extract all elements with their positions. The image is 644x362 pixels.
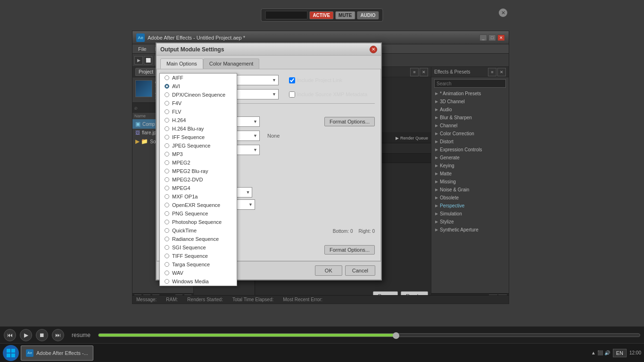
dialog-titlebar: Output Module Settings ✕ bbox=[157, 43, 381, 56]
dropdown-item-quicktime[interactable]: QuickTime bbox=[160, 226, 237, 235]
dropdown-item-jpeg[interactable]: JPEG Sequence bbox=[160, 141, 237, 150]
resize-to-arrow: ▼ bbox=[246, 190, 250, 195]
svg-rect-1 bbox=[11, 349, 15, 353]
expand-icon: ▶ bbox=[435, 220, 438, 224]
dropdown-item-radiance[interactable]: Radiance Sequence bbox=[160, 235, 237, 243]
effect-audio[interactable]: ▶ Audio bbox=[431, 106, 509, 114]
dropdown-item-targa[interactable]: Targa Sequence bbox=[160, 260, 237, 269]
system-tray: ▲ ⬛ 🔊 bbox=[591, 350, 610, 355]
dropdown-label-photoshop: Photoshop Sequence bbox=[172, 219, 222, 225]
effect-generate[interactable]: ▶ Generate bbox=[431, 154, 509, 162]
effect-matte[interactable]: ▶ Matte bbox=[431, 170, 509, 178]
include-xmp-checkbox[interactable] bbox=[289, 91, 295, 98]
effect-distort[interactable]: ▶ Distort bbox=[431, 138, 509, 146]
media-prev-button[interactable]: ⏮ bbox=[4, 329, 16, 341]
svg-rect-0 bbox=[7, 349, 10, 353]
dropdown-label-mpeg2: MPEG2 bbox=[172, 160, 190, 165]
effects-search-input[interactable] bbox=[434, 79, 506, 88]
effect-keying[interactable]: ▶ Keying bbox=[431, 162, 509, 170]
menu-file[interactable]: File bbox=[134, 45, 150, 53]
taskbar-ae-item[interactable]: Ae Adobe After Effects -... bbox=[21, 346, 93, 361]
dropdown-item-png[interactable]: PNG Sequence bbox=[160, 209, 237, 218]
effect-obsolete[interactable]: ▶ Obsolete bbox=[431, 194, 509, 202]
post-render-arrow: ▼ bbox=[272, 92, 276, 97]
dropdown-item-avi[interactable]: AVI bbox=[160, 82, 237, 90]
dropdown-item-windows-media[interactable]: Windows Media bbox=[160, 277, 237, 286]
effect-blur-sharpen[interactable]: ▶ Blur & Sharpen bbox=[431, 114, 509, 122]
format-options-button-1[interactable]: Format Options... bbox=[324, 117, 375, 126]
media-next-button[interactable]: ⏭ bbox=[52, 329, 64, 341]
effects-close-button[interactable]: ✕ bbox=[497, 68, 506, 76]
dropdown-item-tiff[interactable]: TIFF Sequence bbox=[160, 252, 237, 260]
toolbar-btn-1[interactable]: ▶ bbox=[134, 56, 143, 65]
dropdown-radio-mpeg4 bbox=[165, 186, 169, 190]
dropdown-item-openexr[interactable]: OpenEXR Sequence bbox=[160, 201, 237, 209]
dropdown-item-photoshop[interactable]: Photoshop Sequence bbox=[160, 218, 237, 226]
effect-synthetic-aperture[interactable]: ▶ Synthetic Aperture bbox=[431, 226, 509, 234]
dropdown-item-iff[interactable]: IFF Sequence bbox=[160, 133, 237, 141]
language-button[interactable]: EN bbox=[613, 349, 627, 357]
close-button[interactable]: ✕ bbox=[497, 34, 505, 41]
tab-color-management[interactable]: Color Management bbox=[203, 58, 260, 69]
dialog-close-button[interactable]: ✕ bbox=[370, 46, 377, 53]
dropdown-item-wav[interactable]: WAV bbox=[160, 269, 237, 277]
expand-icon: ▶ bbox=[435, 107, 438, 112]
media-progress-thumb[interactable] bbox=[393, 332, 399, 339]
effect-expression-controls[interactable]: ▶ Expression Controls bbox=[431, 146, 509, 154]
effect-color-correction[interactable]: ▶ Color Correction bbox=[431, 130, 509, 138]
dropdown-item-mpeg2-bluray[interactable]: MPEG2 Blu-ray bbox=[160, 167, 237, 175]
effects-settings-button[interactable]: ≡ bbox=[488, 68, 496, 76]
effect-missing[interactable]: ▶ Missing bbox=[431, 178, 509, 186]
effect-stylize[interactable]: ▶ Stylize bbox=[431, 218, 509, 226]
top-bar-close-button[interactable]: ✕ bbox=[499, 8, 507, 17]
dropdown-item-flv[interactable]: FLV bbox=[160, 107, 237, 116]
dropdown-item-mpeg2-dvd[interactable]: MPEG2-DVD bbox=[160, 175, 237, 184]
effect-perspective[interactable]: ▶ Perspective bbox=[431, 202, 509, 210]
dropdown-item-mp3[interactable]: MP3 bbox=[160, 150, 237, 158]
effect-channel[interactable]: ▶ Channel bbox=[431, 122, 509, 130]
preview-close-button[interactable]: ✕ bbox=[420, 68, 428, 76]
audio-button[interactable]: AUDIO bbox=[357, 11, 379, 19]
taskbar-ae-logo: Ae bbox=[26, 349, 33, 357]
expand-icon: ▶ bbox=[435, 115, 438, 120]
dropdown-label-targa: Targa Sequence bbox=[172, 262, 210, 267]
clock: 12:00 bbox=[629, 350, 641, 355]
active-button[interactable]: ACTIVE bbox=[309, 11, 333, 19]
dropdown-item-h264[interactable]: H.264 bbox=[160, 116, 237, 124]
start-button[interactable] bbox=[3, 345, 19, 361]
effect-3d-channel[interactable]: ▶ 3D Channel bbox=[431, 98, 509, 106]
mute-button[interactable]: MUTE bbox=[335, 11, 355, 19]
tab-main-options[interactable]: Main Options bbox=[160, 58, 203, 69]
media-play-button[interactable]: ▶ bbox=[20, 329, 32, 341]
dialog-title: Output Module Settings bbox=[160, 46, 224, 53]
dropdown-item-f4v[interactable]: F4V bbox=[160, 99, 237, 107]
effect-label: Expression Controls bbox=[440, 147, 482, 152]
media-stop-button[interactable]: ⏹ bbox=[36, 329, 48, 341]
preview-settings-button[interactable]: ≡ bbox=[410, 68, 419, 76]
dropdown-item-h264-bluray[interactable]: H.264 Blu-ray bbox=[160, 124, 237, 133]
maximize-button[interactable]: □ bbox=[488, 34, 496, 41]
taskbar-right: ▲ ⬛ 🔊 EN 12:00 bbox=[591, 349, 641, 357]
dropdown-item-mpeg4[interactable]: MPEG4 bbox=[160, 184, 237, 192]
dropdown-item-dpx[interactable]: DPX/Cineon Sequence bbox=[160, 90, 237, 99]
include-project-link-checkbox[interactable] bbox=[289, 77, 295, 83]
dropdown-item-mxf[interactable]: MXF OP1a bbox=[160, 192, 237, 201]
effect-noise-grain[interactable]: ▶ Noise & Grain bbox=[431, 186, 509, 194]
minimize-button[interactable]: _ bbox=[479, 34, 487, 41]
effects-header-buttons: ≡ ✕ bbox=[488, 68, 506, 76]
dropdown-label-iff: IFF Sequence bbox=[172, 134, 205, 140]
effect-animation-presets[interactable]: ▶ * Animation Presets bbox=[431, 90, 509, 98]
cancel-button[interactable]: Cancel bbox=[345, 265, 375, 276]
dropdown-item-aiff[interactable]: AIFF bbox=[160, 74, 237, 82]
dropdown-item-sgi[interactable]: SGI Sequence bbox=[160, 243, 237, 252]
dropdown-item-mpeg2[interactable]: MPEG2 bbox=[160, 158, 237, 167]
effect-label: Stylize bbox=[440, 219, 454, 224]
audio-format-options-button[interactable]: Format Options... bbox=[324, 245, 375, 255]
effect-simulation[interactable]: ▶ Simulation bbox=[431, 210, 509, 218]
project-tab[interactable]: Project bbox=[135, 68, 157, 76]
tray-icon-2: ⬛ bbox=[597, 350, 603, 355]
ok-button[interactable]: OK bbox=[315, 265, 342, 276]
none-label: None bbox=[267, 133, 280, 139]
toolbar-btn-2[interactable]: ⬜ bbox=[144, 56, 152, 65]
media-progress-bar[interactable] bbox=[98, 333, 640, 337]
